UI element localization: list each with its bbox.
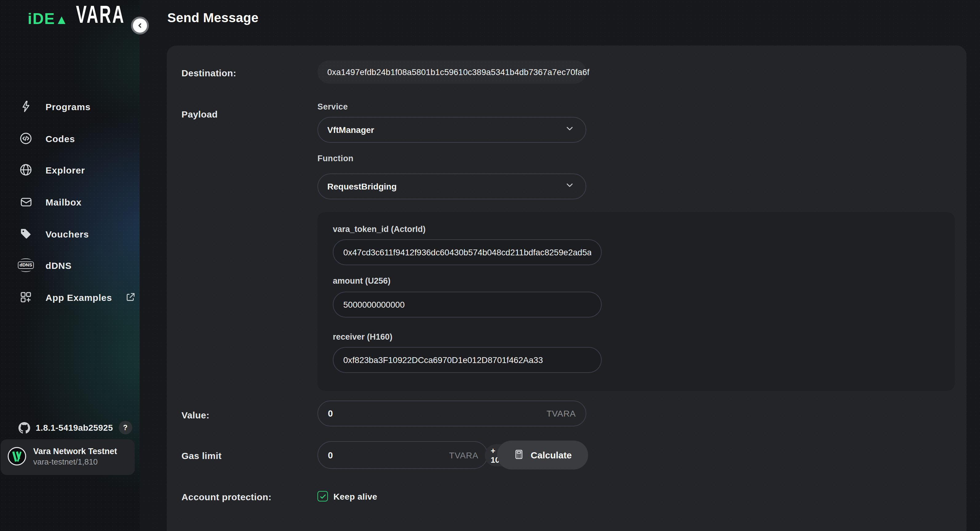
calculator-icon: [513, 449, 524, 461]
function-select-value: RequestBridging: [327, 181, 397, 191]
keep-alive-checkbox[interactable]: [317, 491, 328, 501]
gas-limit-label: Gas limit: [181, 450, 221, 461]
network-endpoint: vara-testnet/1,810: [33, 457, 117, 467]
github-icon[interactable]: [19, 422, 30, 434]
idea-logo: iDE▲: [28, 11, 68, 27]
calculate-button-label: Calculate: [531, 450, 571, 460]
version-row: 1.8.1-5419ab25925 ?: [19, 421, 132, 434]
param-vara-token-id-label: vara_token_id (ActorId): [333, 224, 426, 234]
vara-logo: VARA: [76, 3, 125, 27]
value-input[interactable]: [328, 409, 547, 418]
destination-label: Destination:: [181, 68, 236, 78]
calculate-button[interactable]: Calculate: [497, 440, 588, 469]
chevron-down-icon: [565, 124, 574, 135]
gas-limit-field: TVARA + 10%: [317, 441, 488, 469]
payload-params-panel: vara_token_id (ActorId) amount (U256) re…: [317, 212, 955, 391]
sidebar-item-label: Vouchers: [46, 229, 89, 239]
sidebar-collapse-button[interactable]: [131, 17, 149, 35]
keep-alive-label: Keep alive: [333, 491, 377, 501]
param-receiver-label: receiver (H160): [333, 332, 393, 342]
value-field: TVARA: [317, 401, 586, 426]
sidebar-item-label: Codes: [46, 133, 75, 144]
value-label: Value:: [181, 410, 210, 420]
sidebar-item-programs[interactable]: Programs: [19, 94, 91, 119]
sidebar-item-label: App Examples: [46, 292, 112, 302]
external-link-icon: [125, 292, 135, 302]
sidebar-item-explorer[interactable]: Explorer: [19, 157, 85, 182]
send-message-panel: Destination: 0xa1497efdb24b1f08a5801b1c5…: [167, 46, 966, 531]
globe-icon: [19, 163, 33, 176]
destination-value[interactable]: 0xa1497efdb24b1f08a5801b1c59610c389a5341…: [317, 60, 586, 84]
version-label: 1.8.1-5419ab25925: [36, 423, 113, 432]
sidebar: iDE▲ VARA Programs Codes Explorer: [0, 0, 140, 531]
function-label: Function: [317, 154, 353, 163]
app-root: iDE▲ VARA Programs Codes Explorer: [0, 0, 980, 531]
service-select-value: VftManager: [327, 125, 374, 135]
account-protection-label: Account protection:: [181, 491, 272, 502]
chevron-down-icon: [565, 181, 574, 192]
network-selector[interactable]: Vara Network Testnet vara-testnet/1,810: [1, 439, 135, 475]
code-icon: [19, 132, 33, 145]
mail-icon: [19, 195, 33, 208]
param-amount-input[interactable]: [333, 292, 601, 318]
param-receiver-input[interactable]: [333, 347, 601, 373]
sidebar-item-codes[interactable]: Codes: [19, 126, 75, 151]
sidebar-item-label: Explorer: [46, 165, 85, 175]
gas-unit: TVARA: [449, 450, 478, 460]
service-select[interactable]: VftManager: [317, 117, 586, 143]
sidebar-item-app-examples[interactable]: App Examples: [19, 285, 135, 310]
vara-network-icon: [7, 447, 27, 468]
network-name: Vara Network Testnet: [33, 447, 117, 457]
value-unit: TVARA: [547, 409, 576, 418]
sidebar-item-vouchers[interactable]: Vouchers: [19, 221, 89, 246]
sidebar-item-label: Programs: [46, 101, 91, 112]
ddns-icon: dDNS: [19, 258, 33, 272]
param-vara-token-id-input[interactable]: [333, 239, 601, 265]
sidebar-item-mailbox[interactable]: Mailbox: [19, 189, 81, 214]
app-logo[interactable]: iDE▲ VARA: [28, 11, 125, 27]
param-amount-label: amount (U256): [333, 276, 391, 286]
sidebar-item-ddns[interactable]: dDNS dDNS: [19, 253, 72, 278]
gas-limit-input[interactable]: [328, 450, 449, 460]
payload-label: Payload: [181, 109, 218, 119]
page-title: Send Message: [167, 10, 259, 25]
bolt-icon: [19, 100, 33, 113]
idea-logo-triangle: ▲: [55, 12, 68, 27]
help-button[interactable]: ?: [118, 421, 132, 434]
tag-icon: [19, 227, 33, 240]
sidebar-item-label: dDNS: [46, 260, 72, 270]
grid-plus-icon: [19, 291, 33, 304]
sidebar-item-label: Mailbox: [46, 197, 81, 207]
keep-alive-row: Keep alive: [317, 491, 377, 501]
service-label: Service: [317, 102, 348, 111]
function-select[interactable]: RequestBridging: [317, 173, 586, 199]
